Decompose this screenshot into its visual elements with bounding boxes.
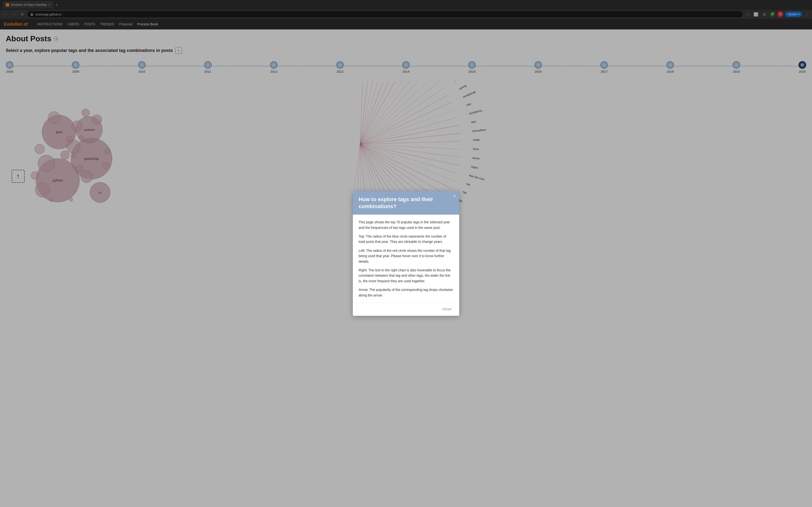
modal-close-x-btn[interactable]: ×: [453, 194, 456, 199]
modal-title: How to explore tags and their combinatio…: [359, 196, 453, 210]
modal: How to explore tags and their combinatio…: [353, 191, 459, 212]
modal-overlay[interactable]: How to explore tags and their combinatio…: [0, 0, 812, 212]
modal-header: How to explore tags and their combinatio…: [353, 191, 459, 212]
